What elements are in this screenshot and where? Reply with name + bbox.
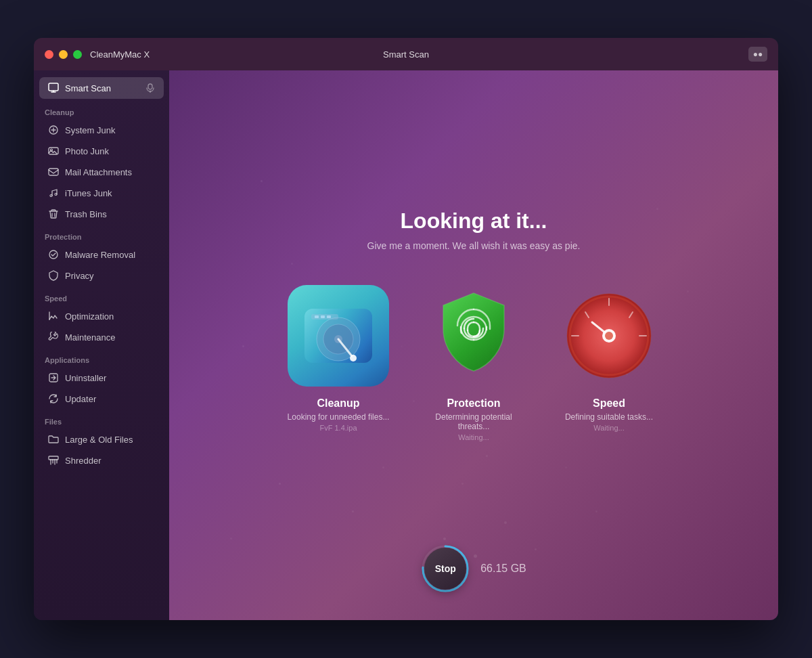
cleanup-card-file: FvF 1.4.ipa [319,424,357,432]
malware-icon [47,248,60,261]
main-heading: Looking at it... [401,209,547,234]
protection-card-title: Protection [447,397,500,410]
applications-section-label: Applications [34,348,169,367]
svg-point-32 [605,332,613,340]
svg-point-8 [55,194,57,196]
privacy-icon [47,269,60,282]
svg-rect-6 [49,169,58,175]
sidebar-item-trash-bins[interactable]: Trash Bins [39,204,164,224]
photo-junk-icon [47,145,60,157]
files-section-label: Files [34,410,169,429]
protection-icon [423,285,524,387]
sidebar-item-smart-scan[interactable]: Smart Scan [39,77,164,99]
smart-scan-icon [47,82,60,94]
maintenance-icon [47,331,60,343]
sidebar-item-itunes-junk[interactable]: iTunes Junk [39,183,164,203]
size-display: 66.15 GB [480,563,526,575]
speed-card-file: Waiting... [593,424,624,432]
cleanup-section-label: Cleanup [34,100,169,119]
speed-card-title: Speed [593,397,625,410]
svg-rect-20 [315,315,319,318]
mail-icon [47,166,60,178]
shredder-icon [47,454,60,466]
svg-point-7 [50,195,52,197]
sidebar-item-shredder[interactable]: Shredder [39,450,164,470]
cleanup-card-subtitle: Looking for unneeded files... [288,412,390,422]
svg-point-9 [49,250,58,259]
updater-icon [47,393,60,405]
mic-icon [145,83,156,93]
protection-section-label: Protection [34,225,169,244]
app-name: CleanMyMac X [90,49,150,60]
titlebar-right: ●● [748,47,767,62]
protection-card-subtitle: Determining potential threats... [420,412,528,431]
sidebar: Smart Scan Cleanup [34,70,169,620]
sidebar-item-mail-attachments[interactable]: Mail Attachments [39,162,164,182]
window-title: Smart Scan [383,49,429,60]
sidebar-item-system-junk[interactable]: System Junk [39,120,164,140]
minimize-button[interactable] [59,50,68,59]
cleanup-card-title: Cleanup [317,397,359,410]
protection-card-file: Waiting... [458,433,489,441]
main-content: Smart Scan Cleanup [34,70,778,620]
sidebar-item-maintenance[interactable]: Maintenance [39,327,164,347]
trash-icon [47,208,60,220]
maximize-button[interactable] [73,50,82,59]
svg-rect-22 [327,315,331,318]
sidebar-item-optimization[interactable]: Optimization [39,306,164,326]
main-subheading: Give me a moment. We all wish it was eas… [367,240,581,251]
svg-rect-1 [148,84,152,89]
stop-button[interactable]: Stop [424,548,466,590]
svg-rect-21 [321,315,325,318]
system-junk-icon [47,124,60,136]
app-window: CleanMyMac X Smart Scan ●● Smart Scan [34,38,778,620]
sidebar-item-uninstaller[interactable]: Uninstaller [39,368,164,388]
svg-rect-12 [49,456,58,460]
svg-rect-0 [49,83,58,91]
stop-area: Stop 66.15 GB [421,544,526,593]
cleanup-icon [288,285,389,387]
sidebar-item-photo-junk[interactable]: Photo Junk [39,141,164,161]
sidebar-item-malware-removal[interactable]: Malware Removal [39,244,164,265]
traffic-lights [45,50,82,59]
cards-container: Cleanup Looking for unneeded files... Fv… [284,285,663,441]
stop-button-wrapper: Stop [421,544,470,593]
speed-card-subtitle: Defining suitable tasks... [565,412,653,422]
svg-point-18 [350,355,357,361]
protection-card: Protection Determining potential threats… [420,285,528,441]
sidebar-item-large-old-files[interactable]: Large & Old Files [39,429,164,449]
titlebar: CleanMyMac X Smart Scan ●● [34,38,778,70]
main-panel: Looking at it... Give me a moment. We al… [169,70,778,620]
sidebar-item-privacy[interactable]: Privacy [39,265,164,286]
speed-icon [558,285,660,387]
speed-section-label: Speed [34,286,169,305]
uninstaller-icon [47,372,60,384]
folder-icon [47,433,60,445]
settings-button[interactable]: ●● [748,47,767,62]
itunes-icon [47,187,60,199]
optimization-icon [47,310,60,322]
cleanup-card: Cleanup Looking for unneeded files... Fv… [284,285,392,441]
sidebar-item-updater[interactable]: Updater [39,389,164,409]
speed-card: Speed Defining suitable tasks... Waiting… [555,285,663,441]
close-button[interactable] [45,50,53,59]
